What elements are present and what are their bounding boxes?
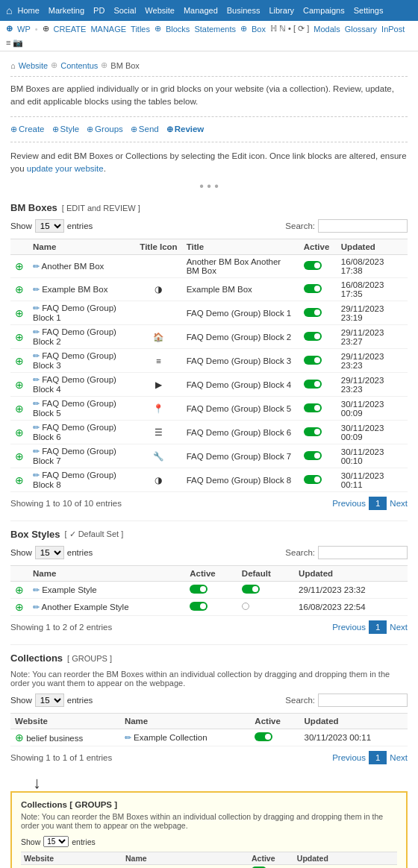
- bs-col-default[interactable]: Default: [237, 566, 294, 582]
- edit-icon[interactable]: ✏: [33, 262, 40, 271]
- modals-link[interactable]: Modals: [314, 25, 340, 34]
- subnav-send[interactable]: ⊕ Send: [131, 125, 159, 134]
- nav-campaigns[interactable]: Campaigns: [299, 6, 349, 15]
- nav-social[interactable]: Social: [110, 6, 140, 15]
- bm-boxes-prev-btn[interactable]: Previous: [332, 499, 366, 508]
- wp-link[interactable]: WP: [17, 25, 31, 34]
- box-styles-per-page-select[interactable]: 1510: [35, 546, 64, 559]
- active-toggle[interactable]: [304, 261, 322, 270]
- manage-link[interactable]: MANAGE: [90, 25, 126, 34]
- edit-icon[interactable]: ✏: [33, 399, 40, 408]
- bs-col-active[interactable]: Active: [185, 566, 237, 582]
- box-styles-show-entries: Show 1510 entries: [10, 546, 93, 559]
- active-toggle[interactable]: [304, 451, 322, 460]
- edit-icon[interactable]: ✏: [33, 423, 40, 432]
- bm-boxes-per-page-select[interactable]: 151025: [35, 219, 64, 233]
- edit-icon[interactable]: ✏: [33, 285, 40, 294]
- active-toggle[interactable]: [304, 332, 322, 341]
- col-active[interactable]: Active: [250, 714, 299, 729]
- row-dot[interactable]: ⊕: [15, 427, 24, 438]
- bm-boxes-page1-btn[interactable]: 1: [369, 497, 387, 510]
- active-toggle[interactable]: [304, 475, 322, 484]
- row-dot[interactable]: ⊕: [15, 307, 24, 319]
- edit-icon[interactable]: ✏: [33, 304, 40, 312]
- row-add-icon[interactable]: ⊕: [15, 584, 24, 596]
- active-toggle[interactable]: [304, 403, 322, 412]
- row-dot[interactable]: ⊕: [15, 474, 24, 486]
- row-add-icon[interactable]: ⊕: [15, 601, 24, 613]
- collections-page1-btn[interactable]: 1: [369, 751, 387, 764]
- collections-next-btn[interactable]: Next: [390, 753, 408, 762]
- col-title[interactable]: Title: [182, 239, 299, 255]
- edit-icon[interactable]: ✏: [33, 327, 40, 336]
- nav-website[interactable]: Website: [141, 6, 178, 15]
- collections-prev-btn[interactable]: Previous: [332, 753, 366, 762]
- nav-home[interactable]: Home: [13, 6, 43, 15]
- collections-per-page-select[interactable]: 1510: [35, 694, 64, 707]
- nav-pd[interactable]: PD: [90, 6, 108, 15]
- row-dot[interactable]: ⊕: [15, 260, 24, 272]
- glossary-link[interactable]: Glossary: [345, 25, 377, 34]
- subnav-create[interactable]: ⊕ Create: [10, 125, 45, 134]
- edit-icon[interactable]: ✏: [33, 471, 40, 479]
- box-styles-page1-btn[interactable]: 1: [369, 620, 387, 634]
- edit-icon[interactable]: ✏: [33, 603, 40, 611]
- bm-boxes-search-input[interactable]: [318, 219, 408, 233]
- nav-settings[interactable]: Settings: [350, 6, 387, 15]
- breadcrumb-contentus[interactable]: Contentus: [60, 61, 98, 70]
- bm-boxes-next-btn[interactable]: Next: [390, 499, 408, 508]
- bs-col-updated[interactable]: Updated: [294, 566, 408, 582]
- breadcrumb-website[interactable]: Website: [19, 61, 49, 70]
- wordpress-icon[interactable]: ⊕: [43, 24, 49, 34]
- subnav-style[interactable]: ⊕ Style: [52, 125, 80, 134]
- edit-icon[interactable]: ✏: [125, 733, 131, 742]
- popup-per-page-select[interactable]: 15: [43, 836, 69, 847]
- col-website[interactable]: Website: [10, 714, 120, 729]
- col-active[interactable]: Active: [299, 239, 337, 255]
- box-link[interactable]: Box: [252, 25, 266, 34]
- active-toggle[interactable]: [304, 284, 322, 293]
- subnav-groups[interactable]: ⊕ Groups: [87, 125, 123, 134]
- edit-icon[interactable]: ✏: [33, 447, 40, 456]
- col-name[interactable]: Name: [120, 714, 250, 729]
- active-toggle[interactable]: [304, 308, 322, 317]
- bs-col-name[interactable]: Name: [28, 566, 185, 582]
- row-dot[interactable]: ⊕: [15, 355, 24, 367]
- box-styles-search-input[interactable]: [318, 546, 408, 559]
- row-dot[interactable]: ⊕: [15, 403, 24, 415]
- wp-icon[interactable]: ⊕: [6, 24, 13, 34]
- edit-icon[interactable]: ✏: [33, 585, 40, 594]
- active-toggle[interactable]: [190, 602, 208, 611]
- nav-business[interactable]: Business: [223, 6, 264, 15]
- box-styles-next-btn[interactable]: Next: [390, 623, 408, 632]
- edit-icon[interactable]: ✏: [33, 351, 40, 360]
- col-name[interactable]: Name: [28, 239, 135, 255]
- row-dot[interactable]: ⊕: [15, 331, 24, 343]
- row-dot[interactable]: ⊕: [15, 379, 24, 391]
- default-toggle[interactable]: [242, 585, 260, 594]
- subnav-review[interactable]: ⊕ Review: [166, 125, 205, 134]
- active-toggle[interactable]: [255, 732, 272, 741]
- box-styles-prev-btn[interactable]: Previous: [332, 623, 366, 632]
- blocks-link[interactable]: Blocks: [166, 25, 190, 34]
- nav-marketing[interactable]: Marketing: [45, 6, 88, 15]
- collections-search-input[interactable]: [318, 694, 408, 707]
- update-website-link[interactable]: update your website: [27, 164, 104, 173]
- home-icon[interactable]: ⌂: [6, 4, 12, 16]
- col-updated[interactable]: Updated: [337, 239, 408, 255]
- edit-icon[interactable]: ✏: [33, 375, 40, 384]
- row-dot[interactable]: ⊕: [15, 450, 24, 462]
- active-toggle[interactable]: [304, 380, 322, 389]
- col-title-icon[interactable]: Title Icon: [135, 239, 181, 255]
- statements-link[interactable]: Statements: [194, 25, 236, 34]
- create-link[interactable]: CREATE: [54, 25, 87, 34]
- active-toggle[interactable]: [304, 427, 322, 436]
- inpost-link[interactable]: InPost: [381, 25, 405, 34]
- titles-link[interactable]: Titles: [131, 25, 150, 34]
- active-toggle[interactable]: [190, 585, 208, 594]
- nav-library[interactable]: Library: [265, 6, 298, 15]
- row-dot[interactable]: ⊕: [15, 283, 24, 295]
- col-updated[interactable]: Updated: [300, 714, 408, 729]
- active-toggle[interactable]: [304, 356, 322, 365]
- nav-managed[interactable]: Managed: [180, 6, 222, 15]
